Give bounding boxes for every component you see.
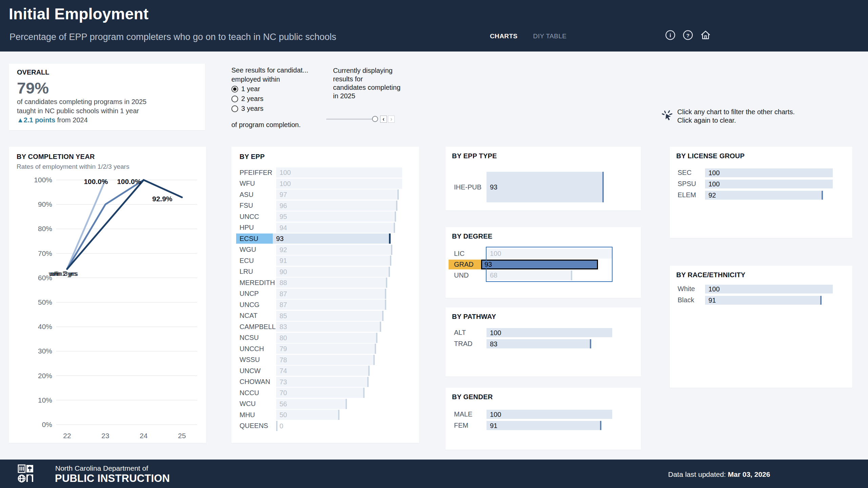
bar-row-MALE[interactable]: MALE100: [446, 409, 641, 420]
bar-fill[interactable]: [276, 179, 402, 189]
bar-row-IHE-PUB[interactable]: IHE-PUB93: [446, 172, 641, 202]
bar-track[interactable]: 100: [705, 285, 833, 293]
bar-fill[interactable]: [705, 168, 833, 177]
completion-chart-svg[interactable]: 0%10%20%30%40%50%60%70%80%90%100%2223242…: [9, 147, 206, 443]
bar-fill[interactable]: [276, 344, 376, 354]
bar-fill[interactable]: [705, 191, 823, 200]
tab-charts[interactable]: CHARTS: [490, 33, 518, 40]
bar-row-MHU[interactable]: MHU50: [231, 409, 419, 421]
help-icon[interactable]: ?: [683, 30, 693, 40]
bar-track[interactable]: 88: [276, 278, 402, 288]
bar-row-CAMPBELL[interactable]: CAMPBELL83: [231, 321, 419, 332]
bar-track[interactable]: 85: [276, 311, 402, 321]
bar-row-WGU[interactable]: WGU92: [231, 244, 419, 256]
bar-track[interactable]: 70: [276, 388, 402, 398]
bar-row-UNCCH[interactable]: UNCCH79: [231, 343, 419, 354]
bar-row-FSU[interactable]: FSU96: [231, 200, 419, 211]
bar-track[interactable]: 96: [276, 201, 402, 211]
bar-track[interactable]: 73: [276, 377, 402, 387]
bar-fill[interactable]: [276, 311, 383, 321]
bar-fill[interactable]: [276, 333, 377, 343]
bar-row-ECSU[interactable]: ECSU93: [231, 233, 419, 244]
tab-diy-table[interactable]: DIY TABLE: [533, 33, 567, 40]
bar-row-WSSU[interactable]: WSSU78: [231, 354, 419, 366]
bar-track[interactable]: 78: [276, 355, 402, 365]
bar-fill[interactable]: [276, 189, 398, 200]
bar-track[interactable]: 100: [276, 179, 402, 189]
bar-track[interactable]: 100: [276, 167, 402, 178]
bar-track[interactable]: 50: [276, 410, 402, 420]
bar-row-ELEM[interactable]: ELEM92: [670, 189, 852, 201]
bar-fill[interactable]: [276, 388, 364, 398]
radio-option-3-years[interactable]: 3 years: [231, 104, 264, 114]
bar-track[interactable]: 92: [276, 245, 402, 255]
bar-row-WCU[interactable]: WCU56: [231, 399, 419, 410]
bar-row-LRU[interactable]: LRU90: [231, 266, 419, 278]
bar-track[interactable]: 91: [705, 296, 833, 305]
bar-track[interactable]: 74: [276, 366, 402, 376]
by-pathway-card[interactable]: BY PATHWAY ALT100TRAD83: [446, 307, 641, 377]
bar-fill[interactable]: [276, 201, 397, 211]
bar-row-Black[interactable]: Black91: [670, 294, 852, 306]
bar-row-QUEENS[interactable]: QUEENS0: [231, 421, 419, 432]
bar-track[interactable]: 80: [276, 333, 402, 343]
bar-fill[interactable]: [276, 289, 386, 299]
bar-fill[interactable]: [705, 285, 833, 293]
bar-fill[interactable]: [276, 300, 386, 310]
bar-row-UND[interactable]: UND68: [446, 270, 641, 281]
bar-fill[interactable]: [487, 410, 612, 419]
bar-track[interactable]: 91: [276, 256, 402, 266]
bar-fill[interactable]: [276, 322, 381, 332]
bar-row-WFU[interactable]: WFU100: [231, 178, 419, 189]
bar-row-NCSU[interactable]: NCSU80: [231, 332, 419, 344]
bar-fill[interactable]: [481, 260, 598, 269]
bar-fill[interactable]: [276, 167, 402, 178]
by-gender-card[interactable]: BY GENDER MALE100FEM91: [446, 388, 641, 450]
radio-icon[interactable]: [231, 96, 238, 102]
bar-row-TRAD[interactable]: TRAD83: [446, 338, 641, 349]
bar-row-ASU[interactable]: ASU97: [231, 189, 419, 200]
bar-fill[interactable]: [705, 296, 821, 305]
by-race-ethnicity-card[interactable]: BY RACE/ETHNICITY White100Black91: [670, 266, 852, 388]
bar-track[interactable]: 100: [487, 410, 612, 419]
slider-prev-button[interactable]: ‹: [380, 116, 387, 123]
bar-fill[interactable]: [487, 270, 572, 280]
bar-track[interactable]: 83: [276, 322, 402, 332]
bar-row-GRAD[interactable]: GRAD93: [446, 259, 641, 270]
bar-row-NCAT[interactable]: NCAT85: [231, 310, 419, 322]
bar-track[interactable]: 100: [487, 328, 612, 337]
bar-row-FEM[interactable]: FEM91: [446, 420, 641, 431]
bar-fill[interactable]: [273, 233, 390, 244]
slider-next-button[interactable]: ›: [388, 116, 395, 123]
year-slider-track[interactable]: [326, 119, 375, 120]
bar-fill[interactable]: [276, 256, 391, 266]
radio-option-2-years[interactable]: 2 years: [231, 94, 264, 104]
bar-track[interactable]: 87: [276, 300, 402, 310]
bar-track[interactable]: 92: [705, 191, 833, 200]
bar-row-CHOWAN[interactable]: CHOWAN73: [231, 377, 419, 388]
info-icon[interactable]: i: [665, 30, 676, 40]
bar-track[interactable]: 94: [276, 223, 402, 233]
year-slider-handle[interactable]: [372, 116, 378, 122]
bar-row-PFEIFFER[interactable]: PFEIFFER100: [231, 167, 419, 178]
bar-track[interactable]: 100: [487, 249, 612, 259]
bar-fill[interactable]: [276, 267, 390, 277]
bar-track[interactable]: 100: [705, 180, 833, 188]
bar-row-ECU[interactable]: ECU91: [231, 255, 419, 266]
bar-fill[interactable]: [276, 355, 374, 365]
home-icon[interactable]: [700, 30, 711, 40]
bar-fill[interactable]: [276, 223, 395, 233]
bar-row-LIC[interactable]: LIC100: [446, 248, 641, 259]
bar-row-ALT[interactable]: ALT100: [446, 327, 641, 338]
bar-row-MEREDITH[interactable]: MEREDITH88: [231, 277, 419, 288]
bar-row-UNCP[interactable]: UNCP87: [231, 288, 419, 300]
bar-track[interactable]: 93: [487, 172, 612, 202]
bar-track[interactable]: 93: [481, 260, 607, 269]
bar-fill[interactable]: [276, 245, 392, 255]
radio-icon[interactable]: [231, 105, 238, 112]
bar-track[interactable]: 83: [487, 339, 612, 348]
by-epp-type-card[interactable]: BY EPP TYPE IHE-PUB93: [446, 147, 641, 210]
bar-track[interactable]: 91: [487, 421, 612, 430]
bar-fill[interactable]: [705, 180, 833, 188]
bar-row-SPSU[interactable]: SPSU100: [670, 178, 852, 189]
